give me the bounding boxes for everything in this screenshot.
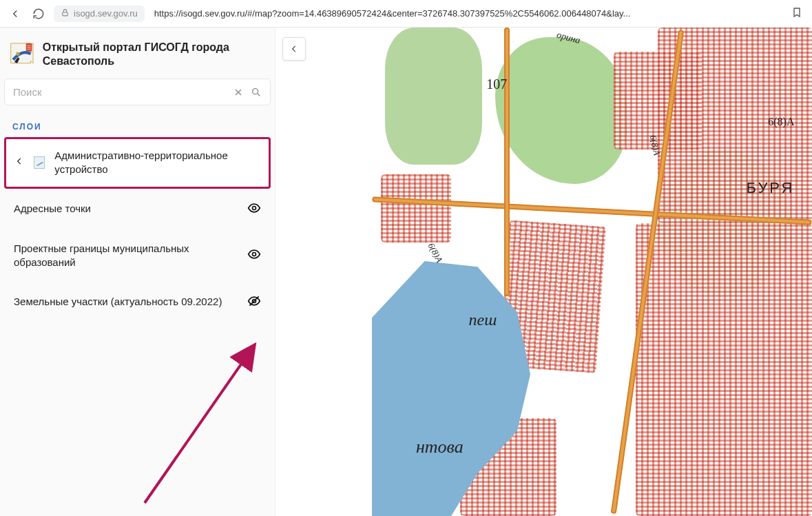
sidebar: Открытый портал ГИСОГД города Севастопол… xyxy=(0,28,275,516)
group-thumbnail-icon xyxy=(34,156,45,169)
browser-bar: isogd.sev.gov.ru https://isogd.sev.gov.r… xyxy=(0,0,812,28)
app-title: Открытый портал ГИСОГД города Севастопол… xyxy=(43,41,265,68)
svg-point-3 xyxy=(253,88,258,94)
svg-point-2 xyxy=(16,52,19,56)
search-icon[interactable] xyxy=(251,87,262,98)
tab-layers[interactable]: СЛОИ xyxy=(0,112,275,137)
active-layer-group[interactable]: Административно-территориальное устройст… xyxy=(4,137,271,189)
map-label: пеш xyxy=(469,311,497,329)
back-button[interactable] xyxy=(7,6,23,22)
eye-icon[interactable] xyxy=(247,201,261,217)
coat-of-arms-icon xyxy=(10,40,34,69)
parcel-block xyxy=(636,223,812,516)
layer-item[interactable]: Земельные участки (актуальность 09.2022) xyxy=(4,282,271,322)
park-area xyxy=(495,37,627,184)
eye-icon[interactable] xyxy=(247,247,261,263)
url-short-box[interactable]: isogd.sev.gov.ru xyxy=(54,6,145,22)
bookmark-icon[interactable] xyxy=(791,7,805,21)
road xyxy=(504,28,510,296)
layer-label: Адресные точки xyxy=(14,202,247,216)
map-label: БУРЯ xyxy=(746,179,794,197)
svg-rect-0 xyxy=(63,12,68,15)
collapse-sidebar-button[interactable] xyxy=(282,37,306,61)
layer-label: Проектные границы муниципальных образова… xyxy=(14,242,247,270)
reload-button[interactable] xyxy=(30,6,47,22)
chevron-left-icon xyxy=(14,156,24,169)
svg-point-4 xyxy=(253,206,256,209)
lock-icon xyxy=(61,8,70,19)
map-label: 107 xyxy=(486,76,507,92)
svg-point-5 xyxy=(253,253,256,256)
map-label: 6(8)А xyxy=(768,116,794,128)
map-canvas[interactable]: 107 БУРЯ пеш нтова 6(8)А орина 6(8)А 6(8… xyxy=(372,28,812,516)
map-viewport[interactable]: 107 БУРЯ пеш нтова 6(8)А орина 6(8)А 6(8… xyxy=(275,28,812,516)
group-label: Административно-территориальное устройст… xyxy=(54,149,260,177)
app-root: Открытый портал ГИСОГД города Севастопол… xyxy=(0,28,812,516)
parcel-block xyxy=(381,174,451,242)
url-full[interactable]: https://isogd.sev.gov.ru/#/map?zoom=14.4… xyxy=(154,8,784,19)
layer-item[interactable]: Адресные точки xyxy=(4,189,271,229)
app-header: Открытый портал ГИСОГД города Севастопол… xyxy=(0,28,275,79)
search-box[interactable] xyxy=(4,79,271,105)
layer-list: Адресные точки Проектные границы муницип… xyxy=(0,189,275,323)
park-area xyxy=(385,28,482,165)
search-input[interactable] xyxy=(13,86,233,98)
clear-icon[interactable] xyxy=(233,87,244,98)
layer-label: Земельные участки (актуальность 09.2022) xyxy=(14,295,247,309)
map-label: нтова xyxy=(416,437,464,457)
eye-off-icon[interactable] xyxy=(247,294,261,310)
layer-item[interactable]: Проектные границы муниципальных образова… xyxy=(4,229,271,282)
url-domain: isogd.sev.gov.ru xyxy=(74,8,138,19)
